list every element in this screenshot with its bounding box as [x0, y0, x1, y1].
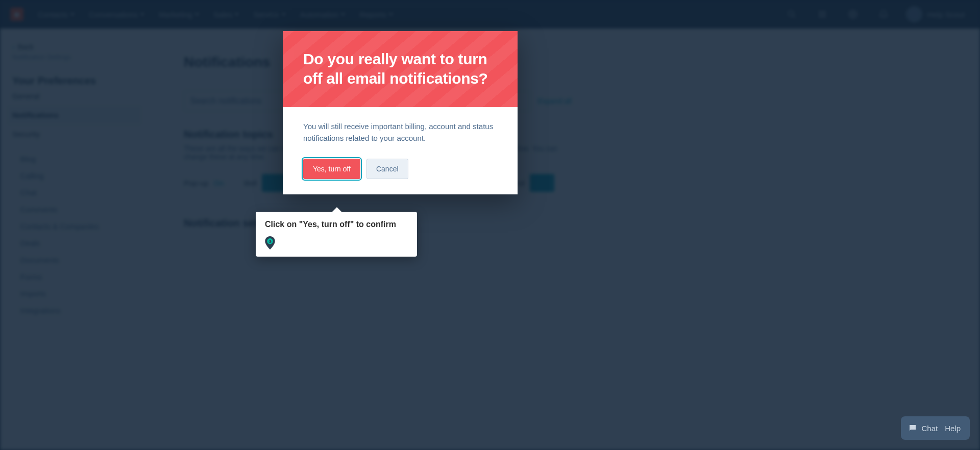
chat-button[interactable]: Chat: [908, 423, 938, 433]
tutorial-hint: Click on "Yes, turn off" to confirm G: [256, 212, 417, 257]
confirm-button[interactable]: Yes, turn off: [303, 159, 360, 179]
modal-footer: Yes, turn off Cancel: [283, 149, 518, 194]
confirm-modal: Do you really want to turn off all email…: [283, 31, 518, 194]
chat-help-widget[interactable]: Chat Help: [901, 416, 970, 440]
svg-text:G: G: [268, 239, 272, 244]
guide-pin-icon: G: [265, 236, 275, 249]
help-label[interactable]: Help: [945, 424, 961, 433]
chat-label: Chat: [921, 424, 938, 433]
modal-title: Do you really want to turn off all email…: [303, 49, 497, 88]
cancel-button[interactable]: Cancel: [366, 159, 408, 179]
modal-body: You will still receive important billing…: [283, 107, 518, 149]
hint-text: Click on "Yes, turn off" to confirm: [265, 220, 408, 229]
chat-icon: [908, 423, 917, 433]
modal-body-text: You will still receive important billing…: [303, 120, 497, 144]
modal-header: Do you really want to turn off all email…: [283, 31, 518, 107]
